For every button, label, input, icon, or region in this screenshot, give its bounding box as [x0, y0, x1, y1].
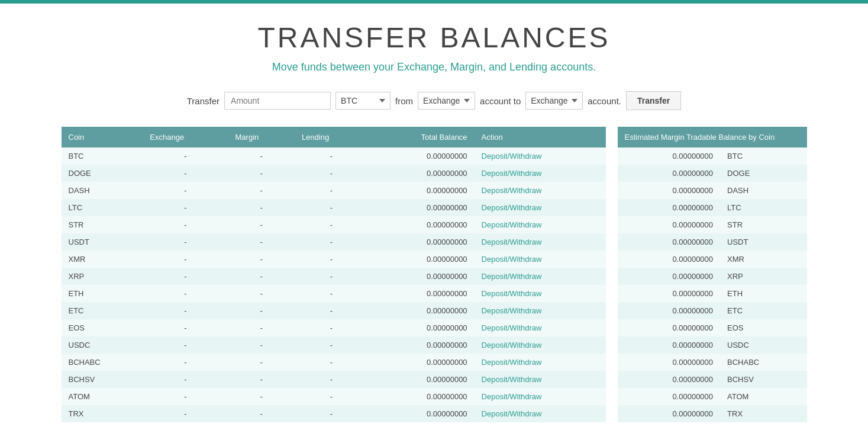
action-link[interactable]: Deposit/Withdraw: [482, 169, 542, 178]
side-table-row: 0.00000000 ETC: [618, 302, 807, 319]
cell-total: 0.00000000: [368, 268, 475, 285]
cell-action[interactable]: Deposit/Withdraw: [475, 388, 606, 405]
cell-margin: -: [228, 302, 295, 319]
cell-lending: -: [295, 268, 368, 285]
cell-coin: TRX: [62, 405, 143, 422]
cell-exchange: -: [143, 165, 228, 182]
cell-coin: EOS: [62, 319, 143, 336]
side-cell-value: 0.00000000: [618, 336, 721, 354]
table-row: BCHSV - - - 0.00000000 Deposit/Withdraw: [62, 371, 606, 388]
side-cell-coin: EOS: [720, 319, 806, 336]
cell-action[interactable]: Deposit/Withdraw: [475, 302, 606, 319]
cell-action[interactable]: Deposit/Withdraw: [475, 165, 606, 182]
table-row: BTC - - - 0.00000000 Deposit/Withdraw: [62, 147, 606, 165]
cell-total: 0.00000000: [368, 371, 475, 388]
cell-action[interactable]: Deposit/Withdraw: [475, 285, 606, 302]
cell-total: 0.00000000: [368, 182, 475, 199]
action-link[interactable]: Deposit/Withdraw: [482, 255, 542, 264]
action-link[interactable]: Deposit/Withdraw: [482, 323, 542, 332]
cell-action[interactable]: Deposit/Withdraw: [475, 216, 606, 233]
cell-total: 0.00000000: [368, 336, 475, 354]
page-subtitle: Move funds between your Exchange, Margin…: [62, 61, 807, 73]
cell-action[interactable]: Deposit/Withdraw: [475, 336, 606, 354]
action-link[interactable]: Deposit/Withdraw: [482, 341, 542, 349]
side-table-row: 0.00000000 BCHSV: [618, 371, 807, 388]
cell-exchange: -: [143, 285, 228, 302]
action-link[interactable]: Deposit/Withdraw: [482, 289, 542, 298]
cell-exchange: -: [143, 251, 228, 268]
action-link[interactable]: Deposit/Withdraw: [482, 409, 542, 418]
main-table-container: Coin Exchange Margin Lending Total Balan…: [62, 127, 606, 422]
cell-coin: USDC: [62, 336, 143, 354]
cell-action[interactable]: Deposit/Withdraw: [475, 371, 606, 388]
cell-total: 0.00000000: [368, 165, 475, 182]
cell-coin: BCHSV: [62, 371, 143, 388]
cell-margin: -: [228, 319, 295, 336]
cell-total: 0.00000000: [368, 405, 475, 422]
cell-exchange: -: [143, 405, 228, 422]
side-table-row: 0.00000000 ATOM: [618, 388, 807, 405]
table-row: BCHABC - - - 0.00000000 Deposit/Withdraw: [62, 354, 606, 371]
cell-action[interactable]: Deposit/Withdraw: [475, 182, 606, 199]
side-table-row: 0.00000000 LTC: [618, 199, 807, 216]
cell-margin: -: [228, 147, 295, 165]
cell-lending: -: [295, 165, 368, 182]
action-link[interactable]: Deposit/Withdraw: [482, 152, 542, 161]
cell-coin: ETC: [62, 302, 143, 319]
action-link[interactable]: Deposit/Withdraw: [482, 220, 542, 229]
action-link[interactable]: Deposit/Withdraw: [482, 186, 542, 195]
cell-margin: -: [228, 285, 295, 302]
side-cell-coin: ETC: [720, 302, 806, 319]
cell-total: 0.00000000: [368, 302, 475, 319]
cell-margin: -: [228, 336, 295, 354]
action-link[interactable]: Deposit/Withdraw: [482, 392, 542, 401]
cell-action[interactable]: Deposit/Withdraw: [475, 233, 606, 251]
cell-exchange: -: [143, 371, 228, 388]
side-cell-coin: USDT: [720, 233, 806, 251]
side-cell-coin: ATOM: [720, 388, 806, 405]
cell-action[interactable]: Deposit/Withdraw: [475, 147, 606, 165]
cell-margin: -: [228, 388, 295, 405]
cell-lending: -: [295, 251, 368, 268]
cell-action[interactable]: Deposit/Withdraw: [475, 319, 606, 336]
cell-action[interactable]: Deposit/Withdraw: [475, 354, 606, 371]
action-link[interactable]: Deposit/Withdraw: [482, 358, 542, 367]
side-cell-coin: ETH: [720, 285, 806, 302]
side-cell-coin: BTC: [720, 147, 806, 165]
table-row: USDC - - - 0.00000000 Deposit/Withdraw: [62, 336, 606, 354]
transfer-button[interactable]: Transfer: [626, 91, 681, 110]
cell-action[interactable]: Deposit/Withdraw: [475, 268, 606, 285]
col-action: Action: [475, 127, 606, 147]
page-title: TRANSFER BALANCES: [62, 21, 807, 54]
side-table-row: 0.00000000 BCHABC: [618, 354, 807, 371]
cell-coin: DASH: [62, 182, 143, 199]
side-cell-value: 0.00000000: [618, 405, 721, 422]
amount-input[interactable]: [224, 92, 331, 110]
cell-total: 0.00000000: [368, 147, 475, 165]
coin-select[interactable]: BTCDOGEDASHLTC STRUSDTXMRXRP ETHETCEOSUS…: [335, 92, 391, 110]
cell-action[interactable]: Deposit/Withdraw: [475, 199, 606, 216]
table-row: ATOM - - - 0.00000000 Deposit/Withdraw: [62, 388, 606, 405]
cell-action[interactable]: Deposit/Withdraw: [475, 405, 606, 422]
cell-coin: LTC: [62, 199, 143, 216]
side-cell-value: 0.00000000: [618, 388, 721, 405]
action-link[interactable]: Deposit/Withdraw: [482, 375, 542, 384]
main-table: Coin Exchange Margin Lending Total Balan…: [62, 127, 606, 422]
side-table-row: 0.00000000 USDT: [618, 233, 807, 251]
to-account-select[interactable]: ExchangeMarginLending: [525, 92, 583, 110]
action-link[interactable]: Deposit/Withdraw: [482, 272, 542, 281]
account-suffix-label: account.: [588, 96, 621, 106]
cell-margin: -: [228, 371, 295, 388]
cell-total: 0.00000000: [368, 216, 475, 233]
cell-total: 0.00000000: [368, 388, 475, 405]
cell-coin: ETH: [62, 285, 143, 302]
cell-action[interactable]: Deposit/Withdraw: [475, 251, 606, 268]
cell-lending: -: [295, 285, 368, 302]
side-table-row: 0.00000000 XRP: [618, 268, 807, 285]
action-link[interactable]: Deposit/Withdraw: [482, 306, 542, 315]
cell-lending: -: [295, 182, 368, 199]
cell-coin: XMR: [62, 251, 143, 268]
action-link[interactable]: Deposit/Withdraw: [482, 203, 542, 212]
from-account-select[interactable]: ExchangeMarginLending: [418, 92, 475, 110]
action-link[interactable]: Deposit/Withdraw: [482, 238, 542, 246]
